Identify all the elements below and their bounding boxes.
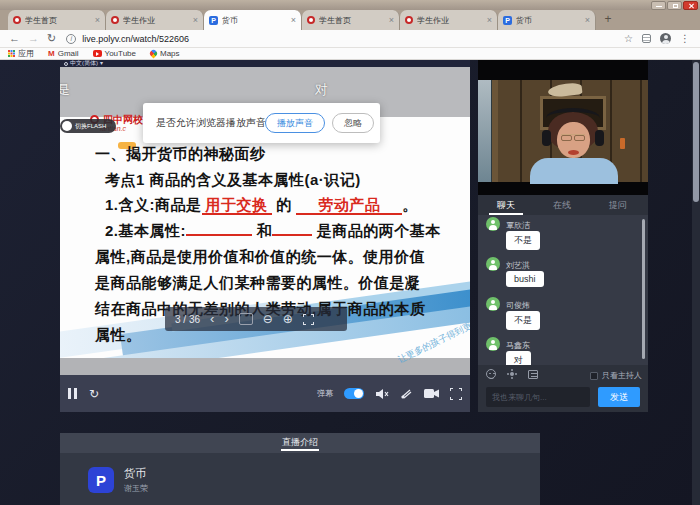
school-favicon-icon <box>307 16 315 24</box>
teacher-webcam-video[interactable] <box>478 60 648 195</box>
bookmark-label: 应用 <box>18 48 34 59</box>
chat-text-input[interactable] <box>486 387 590 407</box>
slide-fullscreen-icon[interactable] <box>303 314 314 325</box>
quote-panel-icon[interactable] <box>528 370 538 379</box>
url-text[interactable]: live.polyv.cn/watch/522606 <box>82 34 624 44</box>
tab-student-homework-2[interactable]: 学生作业 × <box>400 10 498 30</box>
blank-underline <box>272 224 312 236</box>
next-page-icon[interactable]: › <box>224 313 228 325</box>
only-host-checkbox-row[interactable]: 只看主持人 <box>590 370 642 381</box>
zoom-in-icon[interactable]: ⊕ <box>283 312 293 326</box>
close-tab-icon[interactable]: × <box>389 16 394 25</box>
caret-down-icon: ▾ <box>100 60 103 67</box>
school-favicon-icon <box>13 16 21 24</box>
tab-chat[interactable]: 聊天 <box>478 195 534 215</box>
bookmark-apps[interactable]: 应用 <box>8 48 34 59</box>
bookmark-youtube[interactable]: YouTube <box>93 49 136 58</box>
audio-settings-icon[interactable] <box>400 388 413 400</box>
forward-icon[interactable]: → <box>28 33 39 44</box>
page-scrollbar[interactable] <box>692 60 700 505</box>
play-sound-button[interactable]: 播放声音 <box>265 113 325 133</box>
camera-icon[interactable] <box>424 388 439 399</box>
pause-icon[interactable] <box>68 388 77 399</box>
slide-text: 的 <box>276 196 292 213</box>
maps-pin-icon <box>149 49 159 59</box>
tab-student-homework-1[interactable]: 学生作业 × <box>106 10 204 30</box>
tab-title: 学生作业 <box>123 15 189 26</box>
player-refresh-icon[interactable]: ↻ <box>89 388 99 400</box>
minimize-button[interactable] <box>651 1 666 10</box>
slide-text: 是商品的两个基本 <box>317 222 441 239</box>
live-watch-page: 中文(简体) ▾ 不是 对 四中网校 lantian.c <box>0 60 700 505</box>
switch-flash-button[interactable]: 切换FLASH <box>60 119 116 133</box>
user-avatar-icon <box>486 297 500 311</box>
tab-online[interactable]: 在线 <box>534 195 590 215</box>
close-tab-icon[interactable]: × <box>291 16 296 25</box>
emoji-icon[interactable] <box>486 369 496 379</box>
chat-input-area: 只看主持人 发送 <box>478 365 648 412</box>
back-icon[interactable]: ← <box>9 33 20 44</box>
site-info-icon[interactable]: i <box>66 34 76 44</box>
profile-avatar-icon[interactable] <box>660 33 671 44</box>
chat-message-list[interactable]: 覃欣洁 不是 刘艺淇 bushi 司俊炜 不是 马鑫东 对 <box>478 215 648 365</box>
mute-icon[interactable] <box>375 388 389 400</box>
fullscreen-icon[interactable] <box>450 388 462 400</box>
flower-sticker-icon[interactable] <box>510 372 514 376</box>
window-light <box>478 80 491 182</box>
close-tab-icon[interactable]: × <box>95 16 100 25</box>
extension-icon[interactable] <box>642 34 651 43</box>
danmaku-toggle[interactable] <box>344 388 364 399</box>
close-tab-icon[interactable]: × <box>585 16 590 25</box>
tab-student-home-2[interactable]: 学生首页 × <box>302 10 400 30</box>
polyv-favicon-icon: P <box>209 16 218 25</box>
slide-line-8: 属性。 <box>95 326 142 345</box>
close-tab-icon[interactable]: × <box>487 16 492 25</box>
user-avatar-icon <box>486 337 500 351</box>
headphone-cup <box>542 130 551 146</box>
tab-questions[interactable]: 提问 <box>590 195 646 215</box>
user-avatar-icon <box>486 217 500 231</box>
school-favicon-icon <box>405 16 413 24</box>
slide-answer-red: 用于交换 <box>202 196 272 215</box>
bookmark-label: YouTube <box>105 49 136 58</box>
polyv-logo-icon: P <box>88 467 114 493</box>
chrome-menu-icon[interactable]: ⋮ <box>680 33 690 44</box>
reload-icon[interactable]: ↻ <box>47 33 56 44</box>
slide-text: 和 <box>257 222 273 239</box>
language-label[interactable]: 中文(简体) <box>70 60 98 67</box>
chat-username: 马鑫东 <box>506 340 530 351</box>
teacher-shirt <box>530 158 618 184</box>
new-tab-button[interactable]: + <box>600 12 616 28</box>
prev-page-icon[interactable]: ‹ <box>210 313 214 325</box>
checkbox-icon[interactable] <box>590 372 598 380</box>
tab-currency-2[interactable]: P 货币 × <box>498 10 596 30</box>
close-tab-icon[interactable]: × <box>193 16 198 25</box>
slide-pagination-bar: 3 / 36 ‹ › ⊖ ⊕ <box>165 307 347 331</box>
slide-subtitle: 考点1 商品的含义及基本属性(a·识记) <box>105 171 361 190</box>
chat-scrollbar[interactable] <box>642 219 645 359</box>
teacher-mouth <box>568 150 579 155</box>
maximize-button[interactable] <box>667 1 682 10</box>
close-window-button[interactable] <box>683 1 698 10</box>
shelf-bottle <box>620 138 625 149</box>
send-button[interactable]: 发送 <box>598 387 640 407</box>
bookmark-label: Maps <box>160 49 180 58</box>
zoom-out-icon[interactable]: ⊖ <box>263 312 273 326</box>
scrollbar-thumb[interactable] <box>693 62 699 202</box>
bookmark-star-icon[interactable]: ☆ <box>624 33 633 44</box>
tab-title: 学生首页 <box>319 15 385 26</box>
intro-tab-bar: 直播介绍 <box>60 433 540 453</box>
chat-bubble: 不是 <box>506 231 540 250</box>
window-titlebar <box>0 0 700 10</box>
tab-student-home-1[interactable]: 学生首页 × <box>8 10 106 30</box>
school-favicon-icon <box>111 16 119 24</box>
slide-area[interactable]: 不是 对 四中网校 lantian.c 切换FLASH 一、揭开货币的神秘面纱 … <box>60 67 470 375</box>
bookmark-gmail[interactable]: M Gmail <box>48 49 79 58</box>
chat-username: 覃欣洁 <box>506 220 530 231</box>
bookmark-maps[interactable]: Maps <box>150 49 180 58</box>
page-number-input[interactable] <box>239 313 253 325</box>
tab-currency-active[interactable]: P 货币 × <box>204 10 302 30</box>
chat-tab-bar: 聊天 在线 提问 <box>478 195 648 215</box>
chat-bubble: 不是 <box>506 311 540 330</box>
ignore-button[interactable]: 忽略 <box>332 113 374 133</box>
